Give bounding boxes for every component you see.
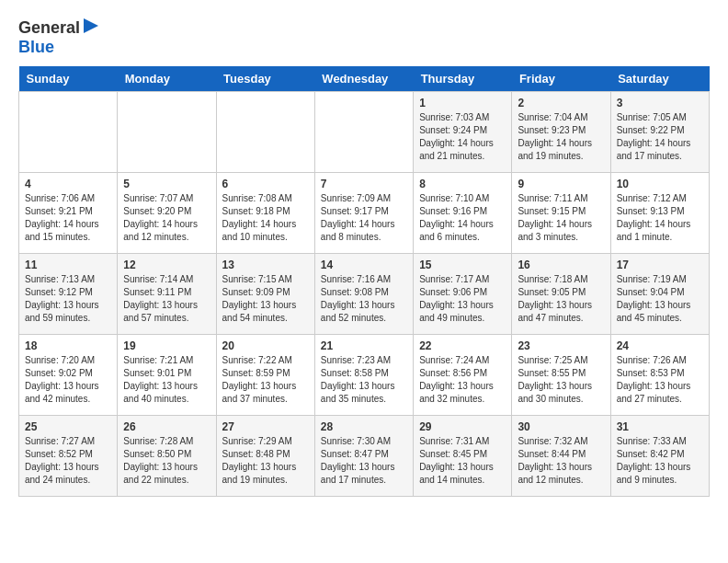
weekday-header-wednesday: Wednesday — [314, 66, 413, 92]
day-info: Sunrise: 7:32 AM Sunset: 8:44 PM Dayligh… — [518, 435, 604, 487]
day-number: 15 — [419, 259, 506, 271]
day-info: Sunrise: 7:20 AM Sunset: 9:02 PM Dayligh… — [25, 354, 111, 406]
calendar-cell: 21Sunrise: 7:23 AM Sunset: 8:58 PM Dayli… — [314, 335, 413, 416]
day-number: 12 — [123, 259, 210, 271]
weekday-header-row: SundayMondayTuesdayWednesdayThursdayFrid… — [19, 66, 710, 92]
day-info: Sunrise: 7:19 AM Sunset: 9:04 PM Dayligh… — [617, 273, 703, 325]
weekday-header-sunday: Sunday — [19, 66, 118, 92]
calendar-cell — [19, 92, 118, 173]
calendar-cell: 31Sunrise: 7:33 AM Sunset: 8:42 PM Dayli… — [610, 416, 709, 497]
calendar-week-3: 11Sunrise: 7:13 AM Sunset: 9:12 PM Dayli… — [19, 254, 710, 335]
day-info: Sunrise: 7:24 AM Sunset: 8:56 PM Dayligh… — [419, 354, 506, 406]
calendar-cell: 15Sunrise: 7:17 AM Sunset: 9:06 PM Dayli… — [414, 254, 512, 335]
day-number: 5 — [123, 178, 210, 190]
day-number: 4 — [25, 178, 111, 190]
logo-blue-text: Blue — [18, 38, 54, 56]
calendar-cell: 20Sunrise: 7:22 AM Sunset: 8:59 PM Dayli… — [216, 335, 314, 416]
day-info: Sunrise: 7:17 AM Sunset: 9:06 PM Dayligh… — [419, 273, 506, 325]
calendar-cell: 13Sunrise: 7:15 AM Sunset: 9:09 PM Dayli… — [216, 254, 314, 335]
day-info: Sunrise: 7:10 AM Sunset: 9:16 PM Dayligh… — [419, 192, 506, 244]
day-number: 27 — [222, 420, 309, 433]
calendar-week-1: 1Sunrise: 7:03 AM Sunset: 9:24 PM Daylig… — [19, 92, 710, 173]
day-number: 21 — [321, 339, 407, 352]
day-number: 29 — [419, 420, 506, 433]
day-info: Sunrise: 7:12 AM Sunset: 9:13 PM Dayligh… — [617, 192, 703, 244]
calendar-cell: 28Sunrise: 7:30 AM Sunset: 8:47 PM Dayli… — [314, 416, 413, 497]
day-number: 17 — [617, 259, 703, 271]
calendar-cell: 16Sunrise: 7:18 AM Sunset: 9:05 PM Dayli… — [512, 254, 610, 335]
calendar-cell: 10Sunrise: 7:12 AM Sunset: 9:13 PM Dayli… — [610, 173, 709, 254]
day-number: 30 — [518, 420, 604, 433]
day-number: 16 — [518, 259, 604, 271]
calendar-cell: 18Sunrise: 7:20 AM Sunset: 9:02 PM Dayli… — [19, 335, 118, 416]
calendar-week-2: 4Sunrise: 7:06 AM Sunset: 9:21 PM Daylig… — [19, 173, 710, 254]
day-info: Sunrise: 7:11 AM Sunset: 9:15 PM Dayligh… — [518, 192, 604, 244]
day-info: Sunrise: 7:28 AM Sunset: 8:50 PM Dayligh… — [123, 435, 210, 487]
calendar-cell: 26Sunrise: 7:28 AM Sunset: 8:50 PM Dayli… — [118, 416, 216, 497]
day-number: 13 — [222, 259, 309, 271]
day-info: Sunrise: 7:22 AM Sunset: 8:59 PM Dayligh… — [222, 354, 309, 406]
calendar-cell: 7Sunrise: 7:09 AM Sunset: 9:17 PM Daylig… — [314, 173, 413, 254]
day-info: Sunrise: 7:08 AM Sunset: 9:18 PM Dayligh… — [222, 192, 309, 244]
day-info: Sunrise: 7:16 AM Sunset: 9:08 PM Dayligh… — [321, 273, 407, 325]
day-info: Sunrise: 7:05 AM Sunset: 9:22 PM Dayligh… — [617, 111, 703, 163]
calendar-cell — [216, 92, 314, 173]
day-number: 11 — [25, 259, 111, 271]
calendar-cell: 14Sunrise: 7:16 AM Sunset: 9:08 PM Dayli… — [314, 254, 413, 335]
weekday-header-monday: Monday — [118, 66, 216, 92]
calendar-cell: 24Sunrise: 7:26 AM Sunset: 8:53 PM Dayli… — [610, 335, 709, 416]
day-number: 14 — [321, 259, 407, 271]
weekday-header-tuesday: Tuesday — [216, 66, 314, 92]
calendar-cell: 9Sunrise: 7:11 AM Sunset: 9:15 PM Daylig… — [512, 173, 610, 254]
day-number: 25 — [25, 420, 111, 433]
day-number: 26 — [123, 420, 210, 433]
logo-general-text: General — [18, 18, 80, 37]
day-number: 28 — [321, 420, 407, 433]
calendar-cell: 17Sunrise: 7:19 AM Sunset: 9:04 PM Dayli… — [610, 254, 709, 335]
calendar-cell: 6Sunrise: 7:08 AM Sunset: 9:18 PM Daylig… — [216, 173, 314, 254]
day-number: 2 — [518, 97, 604, 109]
day-info: Sunrise: 7:09 AM Sunset: 9:17 PM Dayligh… — [321, 192, 407, 244]
day-number: 19 — [123, 339, 210, 352]
calendar-cell: 30Sunrise: 7:32 AM Sunset: 8:44 PM Dayli… — [512, 416, 610, 497]
day-info: Sunrise: 7:07 AM Sunset: 9:20 PM Dayligh… — [123, 192, 210, 244]
day-info: Sunrise: 7:33 AM Sunset: 8:42 PM Dayligh… — [617, 435, 703, 487]
day-number: 20 — [222, 339, 309, 352]
calendar-cell — [314, 92, 413, 173]
day-number: 18 — [25, 339, 111, 352]
logo-container: General Blue — [18, 18, 80, 57]
logo: General Blue — [18, 18, 80, 57]
day-info: Sunrise: 7:21 AM Sunset: 9:01 PM Dayligh… — [123, 354, 210, 406]
day-number: 10 — [617, 178, 703, 190]
weekday-header-saturday: Saturday — [610, 66, 709, 92]
day-number: 6 — [222, 178, 309, 190]
day-info: Sunrise: 7:29 AM Sunset: 8:48 PM Dayligh… — [222, 435, 309, 487]
calendar-cell: 29Sunrise: 7:31 AM Sunset: 8:45 PM Dayli… — [414, 416, 512, 497]
day-number: 1 — [419, 97, 506, 109]
day-number: 24 — [617, 339, 703, 352]
calendar-cell: 11Sunrise: 7:13 AM Sunset: 9:12 PM Dayli… — [19, 254, 118, 335]
svg-marker-0 — [84, 18, 98, 33]
day-number: 3 — [617, 97, 703, 109]
logo-arrow-icon — [82, 17, 100, 35]
day-info: Sunrise: 7:30 AM Sunset: 8:47 PM Dayligh… — [321, 435, 407, 487]
calendar-cell: 8Sunrise: 7:10 AM Sunset: 9:16 PM Daylig… — [414, 173, 512, 254]
weekday-header-thursday: Thursday — [414, 66, 512, 92]
day-number: 7 — [321, 178, 407, 190]
day-number: 23 — [518, 339, 604, 352]
calendar-cell: 2Sunrise: 7:04 AM Sunset: 9:23 PM Daylig… — [512, 92, 610, 173]
day-number: 22 — [419, 339, 506, 352]
calendar-cell: 3Sunrise: 7:05 AM Sunset: 9:22 PM Daylig… — [610, 92, 709, 173]
day-info: Sunrise: 7:25 AM Sunset: 8:55 PM Dayligh… — [518, 354, 604, 406]
calendar-cell — [118, 92, 216, 173]
day-number: 8 — [419, 178, 506, 190]
calendar-cell: 5Sunrise: 7:07 AM Sunset: 9:20 PM Daylig… — [118, 173, 216, 254]
weekday-header-friday: Friday — [512, 66, 610, 92]
calendar-table: SundayMondayTuesdayWednesdayThursdayFrid… — [18, 66, 710, 497]
calendar-cell: 23Sunrise: 7:25 AM Sunset: 8:55 PM Dayli… — [512, 335, 610, 416]
calendar-cell: 27Sunrise: 7:29 AM Sunset: 8:48 PM Dayli… — [216, 416, 314, 497]
calendar-cell: 25Sunrise: 7:27 AM Sunset: 8:52 PM Dayli… — [19, 416, 118, 497]
day-info: Sunrise: 7:31 AM Sunset: 8:45 PM Dayligh… — [419, 435, 506, 487]
calendar-cell: 12Sunrise: 7:14 AM Sunset: 9:11 PM Dayli… — [118, 254, 216, 335]
day-info: Sunrise: 7:06 AM Sunset: 9:21 PM Dayligh… — [25, 192, 111, 244]
